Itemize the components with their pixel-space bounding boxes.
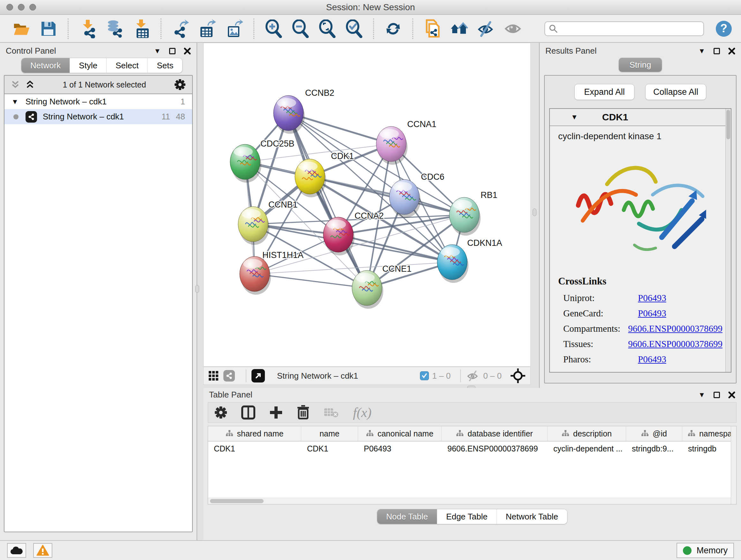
view-grid-icon[interactable] bbox=[209, 371, 218, 381]
network-graph[interactable]: CCNB2CCNA1CDC25BCDK1CDC6RB1CCNB1CCNA2CDK… bbox=[204, 43, 531, 367]
hide-selected-button[interactable] bbox=[477, 19, 495, 38]
edge-CCNB2-CCNE1[interactable] bbox=[288, 113, 367, 288]
table-cell[interactable]: stringdb bbox=[682, 442, 737, 456]
control-panel-menu-arrow[interactable]: ▼ bbox=[154, 48, 161, 55]
duplicate-network-button[interactable] bbox=[423, 19, 441, 38]
node-CCNA1[interactable] bbox=[376, 126, 408, 165]
hidden-eye-icon[interactable] bbox=[466, 370, 480, 381]
open-session-button[interactable] bbox=[13, 19, 30, 38]
node-CCNA2[interactable] bbox=[323, 217, 354, 255]
selected-nodes-checkbox[interactable] bbox=[420, 371, 429, 380]
tab-edge-table[interactable]: Edge Table bbox=[437, 509, 496, 524]
gene-expand-arrow[interactable]: ▼ bbox=[571, 114, 578, 121]
node-table[interactable]: shared namenamecanonical namedatabase id… bbox=[208, 426, 737, 504]
crosslink-link[interactable]: P06493 bbox=[638, 290, 666, 306]
table-cell[interactable]: stringdb:9... bbox=[626, 442, 682, 456]
table-cell[interactable]: P06493 bbox=[358, 442, 442, 456]
column-header--id[interactable]: @id bbox=[626, 426, 682, 441]
zoom-selected-button[interactable] bbox=[345, 19, 363, 38]
tab-string[interactable]: String bbox=[619, 58, 662, 72]
tab-node-table[interactable]: Node Table bbox=[377, 509, 437, 524]
tab-network-table[interactable]: Network Table bbox=[496, 509, 567, 524]
column-header-database-identifier[interactable]: database identifier bbox=[442, 426, 548, 441]
import-database-button[interactable] bbox=[106, 19, 124, 38]
node-CDKN1A[interactable] bbox=[437, 245, 468, 283]
node-CCNB1[interactable] bbox=[238, 206, 269, 245]
node-CDK1[interactable] bbox=[295, 159, 326, 197]
table-cell[interactable]: CDK1 bbox=[301, 442, 358, 456]
import-table-button[interactable] bbox=[132, 19, 150, 38]
network-collection-row[interactable]: ▼ String Network – cdk1 1 bbox=[4, 94, 192, 109]
edge-CCNE1-HIST1H1A[interactable] bbox=[255, 274, 367, 288]
search-input[interactable] bbox=[561, 24, 699, 33]
collapse-all-button[interactable]: Collapse All bbox=[645, 84, 706, 100]
zoom-out-button[interactable] bbox=[291, 19, 309, 38]
crosslink-link[interactable]: P06493 bbox=[638, 306, 666, 321]
expand-all-button[interactable]: Expand All bbox=[575, 84, 634, 100]
node-CCNB2[interactable] bbox=[273, 96, 305, 134]
right-splitter-handle[interactable] bbox=[533, 208, 536, 216]
table-hscrollbar[interactable] bbox=[208, 498, 731, 504]
save-session-button[interactable] bbox=[40, 19, 57, 38]
crosslink-link[interactable]: 9606.ENSP00000378699 bbox=[628, 336, 723, 352]
network-row[interactable]: String Network – cdk1 11 48 bbox=[4, 109, 192, 124]
tab-style[interactable]: Style bbox=[70, 58, 106, 73]
first-neighbors-button[interactable] bbox=[450, 19, 468, 38]
node-HIST1H1A[interactable] bbox=[240, 256, 271, 295]
table-cell[interactable]: 9606.ENSP00000378699 bbox=[442, 442, 548, 456]
collapse-all-icon[interactable] bbox=[11, 80, 20, 89]
column-header-description[interactable]: description bbox=[548, 426, 626, 441]
results-scrollbar[interactable] bbox=[725, 109, 731, 372]
table-panel-close-button[interactable] bbox=[728, 391, 735, 398]
results-panel-float-button[interactable] bbox=[714, 48, 720, 54]
table-panel-menu-arrow[interactable]: ▼ bbox=[698, 391, 705, 398]
edge-CDK1-RB1[interactable] bbox=[310, 177, 464, 215]
close-window-button[interactable] bbox=[6, 4, 13, 10]
tab-select[interactable]: Select bbox=[106, 58, 147, 73]
control-panel-float-button[interactable] bbox=[169, 48, 176, 54]
table-row[interactable]: CDK1CDK1P064939606.ENSP00000378699cyclin… bbox=[208, 442, 736, 456]
export-table-button[interactable] bbox=[199, 19, 216, 38]
zoom-window-button[interactable] bbox=[29, 4, 36, 10]
import-network-button[interactable] bbox=[79, 19, 97, 38]
network-badge-icon[interactable] bbox=[223, 370, 235, 381]
warnings-button[interactable] bbox=[33, 543, 52, 558]
add-column-icon[interactable] bbox=[269, 406, 283, 419]
column-header-canonical-name[interactable]: canonical name bbox=[358, 426, 442, 441]
export-network-button[interactable] bbox=[172, 19, 190, 38]
collection-expand-arrow[interactable]: ▼ bbox=[11, 98, 18, 105]
results-panel-close-button[interactable] bbox=[728, 48, 735, 55]
zoom-in-button[interactable] bbox=[265, 19, 282, 38]
results-panel-menu-arrow[interactable]: ▼ bbox=[698, 48, 705, 55]
network-options-gear-icon[interactable] bbox=[174, 79, 186, 90]
gene-section-header[interactable]: ▼ CDK1 bbox=[550, 109, 731, 126]
help-button[interactable]: ? bbox=[715, 19, 733, 38]
column-header-shared-name[interactable]: shared name bbox=[208, 426, 301, 441]
memory-status-button[interactable]: Memory bbox=[677, 543, 734, 558]
column-header-name[interactable]: name bbox=[301, 426, 358, 441]
node-CDC6[interactable] bbox=[389, 179, 421, 218]
search-field[interactable] bbox=[544, 21, 704, 36]
table-options-gear-icon[interactable] bbox=[214, 406, 227, 419]
minimize-window-button[interactable] bbox=[18, 4, 24, 10]
table-cell[interactable]: cyclin-dependent ... bbox=[548, 442, 626, 456]
node-CCNE1[interactable] bbox=[352, 270, 383, 309]
refresh-layout-button[interactable] bbox=[384, 19, 402, 38]
zoom-fit-button[interactable] bbox=[318, 19, 336, 38]
table-vscrollbar[interactable] bbox=[731, 426, 736, 504]
show-columns-icon[interactable] bbox=[241, 406, 255, 420]
open-view-icon[interactable] bbox=[252, 369, 265, 382]
network-canvas[interactable]: CCNB2CCNA1CDC25BCDK1CDC6RB1CCNB1CCNA2CDK… bbox=[203, 43, 531, 367]
export-image-button[interactable] bbox=[225, 19, 243, 38]
crosslink-link[interactable]: 9606.ENSP00000378699 bbox=[628, 321, 723, 336]
crosslink-link[interactable]: P06493 bbox=[638, 352, 666, 367]
delete-column-icon[interactable] bbox=[297, 405, 310, 420]
tab-sets[interactable]: Sets bbox=[147, 58, 182, 73]
cloud-status-button[interactable] bbox=[7, 543, 26, 558]
navigator-crosshair-icon[interactable] bbox=[511, 368, 525, 383]
tab-network[interactable]: Network bbox=[21, 58, 70, 73]
node-RB1[interactable] bbox=[449, 197, 481, 236]
column-header-namespace[interactable]: namespace bbox=[682, 426, 737, 441]
show-hidden-button[interactable] bbox=[504, 19, 522, 38]
table-panel-float-button[interactable] bbox=[714, 392, 720, 398]
